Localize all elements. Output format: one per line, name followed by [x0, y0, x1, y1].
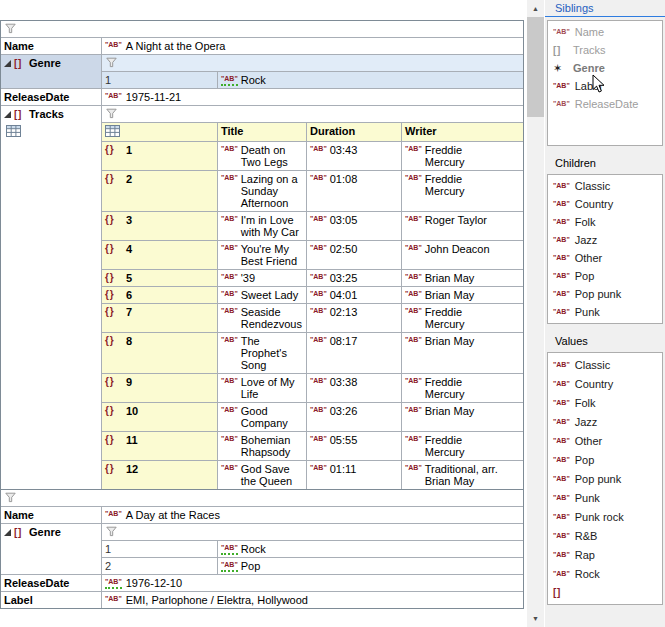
label-value-cell[interactable]: EMI, Parlophone / Elektra, Hollywood	[101, 592, 523, 608]
child-list-item[interactable]: Other	[548, 249, 662, 267]
value-list-item[interactable]: Jazz	[548, 412, 662, 431]
field-label-label[interactable]: Label	[1, 592, 101, 608]
track-index-cell[interactable]: 1	[102, 142, 217, 170]
track-title-cell[interactable]: '39	[217, 270, 306, 286]
track-index-cell[interactable]: 6	[102, 287, 217, 303]
field-label-genre[interactable]: Genre	[1, 55, 101, 88]
value-list-item[interactable]	[548, 583, 662, 602]
track-writer-cell[interactable]: Freddie Mercury	[401, 171, 523, 211]
child-list-item[interactable]: Folk	[548, 213, 662, 231]
value-list-item[interactable]: Pop	[548, 450, 662, 469]
sibling-list-item[interactable]: ReleaseDate	[548, 95, 662, 113]
track-writer-cell[interactable]: Brian May	[401, 270, 523, 286]
genre-value-cell[interactable]: Rock	[217, 72, 523, 88]
track-index-cell[interactable]: 2	[102, 171, 217, 211]
track-index-cell[interactable]: 3	[102, 212, 217, 240]
track-title-cell[interactable]: I'm in Love with My Car	[217, 212, 306, 240]
name-value-cell[interactable]: A Day at the Races	[101, 507, 523, 523]
tracks-header-corner[interactable]	[102, 123, 217, 141]
track-duration-cell[interactable]: 02:50	[306, 241, 401, 269]
filter-funnel-icon[interactable]	[5, 23, 16, 37]
field-label-tracks[interactable]: Tracks	[1, 106, 101, 489]
filter-funnel-icon[interactable]	[106, 57, 117, 71]
child-list-item[interactable]: Classic	[548, 177, 662, 195]
track-duration-cell[interactable]: 03:26	[306, 403, 401, 431]
genre-value-cell[interactable]: Rock	[217, 541, 523, 557]
child-list-item[interactable]: Pop punk	[548, 285, 662, 303]
child-list-item[interactable]: Country	[548, 195, 662, 213]
field-label-name[interactable]: Name	[1, 507, 101, 523]
track-index-cell[interactable]: 5	[102, 270, 217, 286]
filter-funnel-icon[interactable]	[106, 108, 117, 122]
track-index-cell[interactable]: 4	[102, 241, 217, 269]
track-duration-cell[interactable]: 04:01	[306, 287, 401, 303]
track-duration-cell[interactable]: 03:43	[306, 142, 401, 170]
field-label-name[interactable]: Name	[1, 38, 101, 54]
tracks-header-duration[interactable]: Duration	[306, 123, 401, 141]
track-title-cell[interactable]: Love of My Life	[217, 374, 306, 402]
vertical-scrollbar[interactable]	[527, 0, 544, 627]
track-writer-cell[interactable]: Freddie Mercury	[401, 142, 523, 170]
sibling-list-item[interactable]: Label	[548, 77, 662, 95]
track-title-cell[interactable]: Bohemian Rhapsody	[217, 432, 306, 460]
expand-triangle-icon[interactable]	[4, 60, 11, 67]
genre-index-cell[interactable]: 2	[102, 558, 217, 574]
track-index-cell[interactable]: 8	[102, 333, 217, 373]
field-label-releasedate[interactable]: ReleaseDate	[1, 89, 101, 105]
sibling-list-item[interactable]: Name	[548, 23, 662, 41]
track-index-cell[interactable]: 9	[102, 374, 217, 402]
track-writer-cell[interactable]: Brian May	[401, 403, 523, 431]
track-writer-cell[interactable]: Freddie Mercury	[401, 374, 523, 402]
track-title-cell[interactable]: Sweet Lady	[217, 287, 306, 303]
value-list-item[interactable]: Rock	[548, 564, 662, 583]
value-list-item[interactable]: Pop punk	[548, 469, 662, 488]
filter-funnel-icon[interactable]	[5, 492, 16, 506]
track-index-cell[interactable]: 11	[102, 432, 217, 460]
track-title-cell[interactable]: Death on Two Legs	[217, 142, 306, 170]
track-writer-cell[interactable]: John Deacon	[401, 241, 523, 269]
value-list-item[interactable]: Folk	[548, 393, 662, 412]
track-duration-cell[interactable]: 03:25	[306, 270, 401, 286]
sibling-list-item[interactable]: Genre	[548, 59, 662, 77]
track-title-cell[interactable]: Good Company	[217, 403, 306, 431]
track-writer-cell[interactable]: Freddie Mercury	[401, 304, 523, 332]
genre-index-cell[interactable]: 1	[102, 72, 217, 88]
value-list-item[interactable]: Rap	[548, 545, 662, 564]
name-value-cell[interactable]: A Night at the Opera	[101, 38, 523, 54]
table-view-icon[interactable]	[6, 125, 21, 139]
value-list-item[interactable]: Country	[548, 374, 662, 393]
track-duration-cell[interactable]: 08:17	[306, 333, 401, 373]
track-title-cell[interactable]: You're My Best Friend	[217, 241, 306, 269]
track-duration-cell[interactable]: 03:38	[306, 374, 401, 402]
tracks-header-title[interactable]: Title	[217, 123, 306, 141]
child-list-item[interactable]: Punk	[548, 303, 662, 321]
track-writer-cell[interactable]: Brian May	[401, 333, 523, 373]
track-writer-cell[interactable]: Traditional, arr. Brian May	[401, 461, 523, 489]
track-duration-cell[interactable]: 05:55	[306, 432, 401, 460]
track-title-cell[interactable]: The Prophet's Song	[217, 333, 306, 373]
track-writer-cell[interactable]: Brian May	[401, 287, 523, 303]
track-writer-cell[interactable]: Freddie Mercury	[401, 432, 523, 460]
track-duration-cell[interactable]: 01:11	[306, 461, 401, 489]
track-duration-cell[interactable]: 02:13	[306, 304, 401, 332]
genre-index-cell[interactable]: 1	[102, 541, 217, 557]
value-list-item[interactable]: Punk rock	[548, 507, 662, 526]
track-index-cell[interactable]: 7	[102, 304, 217, 332]
track-index-cell[interactable]: 12	[102, 461, 217, 489]
expand-triangle-icon[interactable]	[4, 529, 11, 536]
value-list-item[interactable]: Punk	[548, 488, 662, 507]
genre-value-cell[interactable]: Pop	[217, 558, 523, 574]
releasedate-value-cell[interactable]: 1975-11-21	[101, 89, 523, 105]
track-duration-cell[interactable]: 01:08	[306, 171, 401, 211]
filter-funnel-icon[interactable]	[106, 526, 117, 540]
field-label-releasedate[interactable]: ReleaseDate	[1, 575, 101, 591]
child-list-item[interactable]: Pop	[548, 267, 662, 285]
child-list-item[interactable]: Jazz	[548, 231, 662, 249]
track-title-cell[interactable]: Seaside Rendezvous	[217, 304, 306, 332]
releasedate-value-cell[interactable]: 1976-12-10	[101, 575, 523, 591]
expand-triangle-icon[interactable]	[4, 111, 11, 118]
track-title-cell[interactable]: God Save the Queen	[217, 461, 306, 489]
value-list-item[interactable]: Classic	[548, 355, 662, 374]
sibling-list-item[interactable]: Tracks	[548, 41, 662, 59]
scroll-down-button[interactable]	[527, 610, 544, 627]
